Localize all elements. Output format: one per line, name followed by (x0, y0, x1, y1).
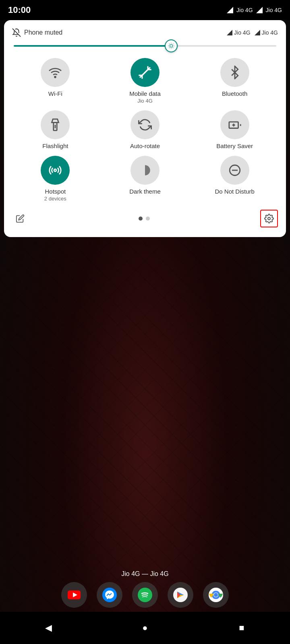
back-button[interactable]: ◀ (38, 618, 58, 638)
quick-settings-panel: Phone muted Jio 4G Jio 4G (4, 20, 286, 237)
carrier1-signal-icon (227, 30, 232, 35)
svg-line-13 (173, 44, 173, 44)
svg-line-2 (12, 29, 21, 37)
status-icons: Jio 4G Jio 4G (227, 7, 282, 13)
phone-muted-text: Phone muted (24, 29, 62, 36)
batterysaver-label: Battery Saver (216, 142, 253, 149)
dot-1[interactable] (139, 217, 143, 221)
hotspot-label: Hotspot (45, 188, 66, 195)
dock-app-chrome[interactable] (203, 582, 229, 608)
tile-autorotate[interactable]: Auto-rotate (102, 110, 188, 149)
page-dots (139, 217, 150, 221)
svg-marker-4 (255, 30, 260, 35)
wifi-label: Wi-Fi (48, 90, 62, 97)
qs-bottom-bar (12, 208, 278, 229)
mobiledata-icon (138, 66, 152, 79)
dot-2[interactable] (146, 217, 150, 221)
darktheme-label: Dark theme (129, 188, 161, 195)
svg-marker-3 (227, 30, 232, 35)
signal1-icon (227, 7, 233, 13)
brightness-slider-row[interactable] (12, 45, 278, 47)
svg-marker-1 (256, 7, 263, 13)
dock-app-spotify[interactable] (132, 582, 158, 608)
tile-flashlight[interactable]: Flashlight (12, 110, 99, 149)
tile-mobiledata[interactable]: Mobile data Jio 4G (102, 58, 188, 104)
carrier2-item: Jio 4G (255, 29, 278, 36)
carrier2-label: Jio 4G (266, 7, 282, 13)
hotspot-icon (48, 163, 62, 177)
bluetooth-icon (228, 66, 242, 79)
carrier-indicators: Jio 4G Jio 4G (227, 29, 278, 36)
svg-point-26 (268, 217, 270, 220)
svg-point-22 (54, 169, 56, 171)
flashlight-label: Flashlight (42, 142, 68, 149)
svg-line-16 (140, 70, 148, 78)
bluetooth-tile-icon (220, 58, 249, 87)
phone-muted-indicator: Phone muted (12, 28, 62, 37)
tile-hotspot[interactable]: Hotspot 2 devices (12, 156, 99, 202)
playstore-icon (173, 588, 188, 602)
carrier1-item: Jio 4G (227, 29, 250, 36)
carrier2-qs-label: Jio 4G (262, 29, 278, 36)
gear-icon (264, 214, 274, 223)
status-bar: 10:00 Jio 4G Jio 4G (0, 0, 290, 20)
batterysaver-icon (228, 118, 242, 132)
status-time: 10:00 (8, 5, 31, 15)
spotify-icon (138, 588, 152, 602)
settings-button[interactable] (260, 210, 278, 227)
autorotate-tile-icon (130, 110, 160, 139)
edit-button[interactable] (12, 211, 28, 227)
mobiledata-tile-icon (130, 58, 160, 87)
mobiledata-sublabel: Jio 4G (137, 98, 153, 104)
bell-off-icon (12, 28, 21, 37)
svg-point-5 (170, 45, 173, 47)
app-dock (0, 582, 290, 608)
brightness-icon (168, 43, 174, 49)
darktheme-tile-icon (130, 156, 160, 185)
carrier-display-label: Jio 4G — Jio 4G (0, 570, 290, 578)
donotdisturb-icon (228, 163, 242, 177)
qs-topbar: Phone muted Jio 4G Jio 4G (12, 28, 278, 37)
wifi-tile-icon (41, 58, 70, 87)
brightness-track[interactable] (14, 45, 276, 47)
brightness-fill (14, 45, 171, 47)
svg-line-9 (173, 47, 173, 48)
dock-app-youtube[interactable] (61, 582, 87, 608)
bluetooth-label: Bluetooth (222, 90, 247, 97)
svg-point-14 (55, 76, 56, 78)
tile-donotdisturb[interactable]: Do Not Disturb (191, 156, 278, 202)
messenger-icon (102, 588, 117, 602)
autorotate-label: Auto-rotate (130, 142, 160, 149)
pencil-icon (16, 214, 25, 223)
tile-darktheme[interactable]: Dark theme (102, 156, 188, 202)
dock-app-playstore[interactable] (168, 582, 193, 608)
home-button[interactable]: ● (135, 618, 155, 638)
tiles-grid: Wi-Fi Mobile data Jio 4G Blueto (12, 58, 278, 202)
carrier1-qs-label: Jio 4G (234, 29, 250, 36)
svg-line-8 (169, 44, 170, 44)
carrier2-signal-icon (255, 30, 260, 35)
youtube-icon (68, 590, 81, 599)
hotspot-sublabel: 2 devices (44, 196, 66, 202)
carrier1-label: Jio 4G (236, 7, 253, 13)
flashlight-tile-icon (41, 110, 70, 139)
brightness-thumb[interactable] (165, 39, 178, 52)
donotdisturb-tile-icon (220, 156, 249, 185)
flashlight-icon (48, 118, 62, 132)
darktheme-svg (138, 163, 152, 177)
recents-button[interactable]: ■ (232, 618, 252, 638)
mobiledata-label: Mobile data (129, 90, 161, 97)
wifi-icon (48, 66, 62, 79)
donotdisturb-label: Do Not Disturb (215, 188, 254, 195)
batterysaver-tile-icon (220, 110, 249, 139)
signal2-icon (256, 7, 263, 13)
dock-app-messenger[interactable] (97, 582, 122, 608)
chrome-icon (209, 588, 223, 602)
tile-batterysaver[interactable]: Battery Saver (191, 110, 278, 149)
tile-wifi[interactable]: Wi-Fi (12, 58, 99, 104)
tile-bluetooth[interactable]: Bluetooth (191, 58, 278, 104)
hotspot-tile-icon (41, 156, 70, 185)
autorotate-icon (138, 118, 152, 132)
nav-bar: ◀ ● ■ (0, 612, 290, 644)
svg-line-12 (169, 47, 170, 48)
